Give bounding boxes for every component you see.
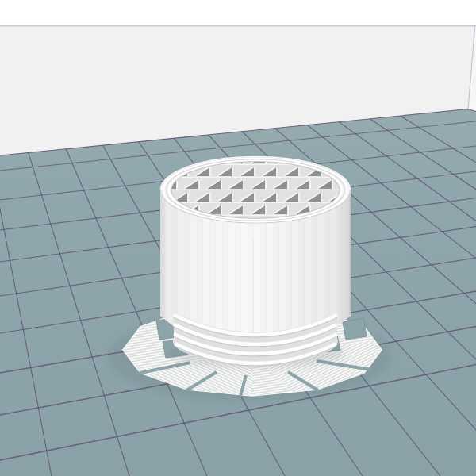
viewport-3d-canvas[interactable] (0, 0, 476, 476)
top-chrome-bar (0, 0, 476, 25)
model-top (161, 157, 351, 223)
chrome-divider-line (0, 25, 476, 27)
support-hole (343, 318, 367, 340)
top-infill-grid (171, 162, 340, 219)
slicer-viewport[interactable] (0, 0, 476, 476)
